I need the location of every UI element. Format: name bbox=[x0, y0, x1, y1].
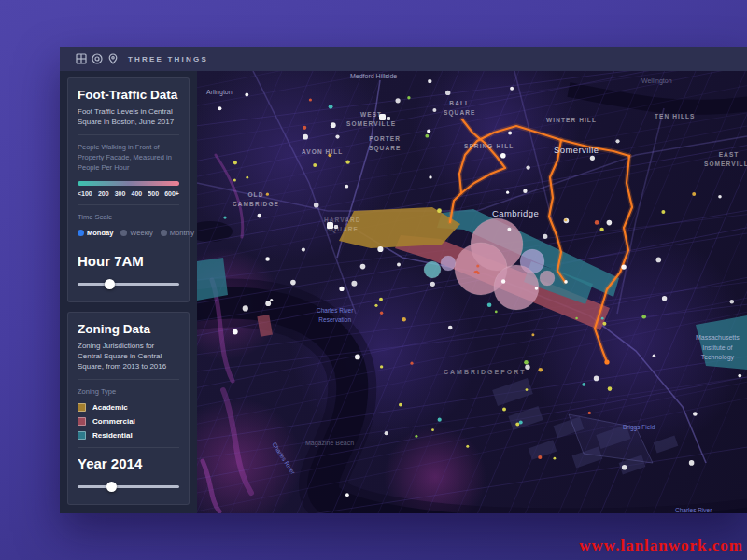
watermark: www.lanlanwork.com bbox=[579, 537, 743, 555]
radio-dot[interactable] bbox=[78, 230, 84, 236]
legend-swatch bbox=[78, 403, 86, 412]
scale-tick: <100 bbox=[78, 190, 92, 197]
radio-dot[interactable] bbox=[161, 230, 167, 236]
year-slider-track[interactable] bbox=[78, 485, 179, 488]
foot-traffic-title: Foot-Traffic Data bbox=[78, 88, 179, 102]
target-icon[interactable] bbox=[92, 53, 103, 64]
radio-label: Monthly bbox=[170, 229, 194, 237]
legend-row-residential: Residential bbox=[78, 431, 179, 440]
hour-label: Hour 7AM bbox=[78, 253, 179, 269]
hour-slider[interactable] bbox=[78, 279, 179, 289]
radio-monday[interactable]: Monday bbox=[78, 229, 113, 237]
scale-tick: 300 bbox=[115, 190, 126, 197]
radio-monthly[interactable]: Monthly bbox=[161, 229, 194, 237]
legend-swatch bbox=[78, 431, 86, 440]
year-slider-thumb[interactable] bbox=[106, 482, 117, 492]
scale-tick: 200 bbox=[98, 190, 109, 197]
zoning-panel: Zoning Data Zoning Jurisdictions for Cen… bbox=[67, 312, 190, 505]
foot-traffic-subtitle: Foot Traffic Levels in Central Square in… bbox=[78, 106, 179, 127]
grid-icon[interactable] bbox=[76, 53, 87, 64]
scale-tick: 500 bbox=[148, 190, 159, 197]
time-scale-label: Time Scale bbox=[78, 213, 179, 223]
zoning-legend: AcademicCommercialResidential bbox=[78, 403, 179, 440]
hour-slider-thumb[interactable] bbox=[105, 279, 115, 289]
legend-row-commercial: Commercial bbox=[78, 417, 179, 426]
measure-label: People Walking in Front of Property Faca… bbox=[78, 143, 179, 174]
scale-tick: 400 bbox=[132, 190, 143, 197]
legend-swatch bbox=[78, 417, 86, 426]
titlebar: THREE THINGS bbox=[60, 47, 747, 71]
radio-label: Monday bbox=[87, 229, 113, 237]
app-title: THREE THINGS bbox=[128, 55, 208, 63]
app-window: THREE THINGS Foot-Traffic Data Foot Traf… bbox=[60, 47, 747, 513]
zoning-title: Zoning Data bbox=[78, 322, 179, 336]
legend-row-academic: Academic bbox=[78, 403, 179, 412]
pin-icon[interactable] bbox=[107, 53, 119, 64]
sidebar: Foot-Traffic Data Foot Traffic Levels in… bbox=[60, 71, 197, 513]
map-canvas[interactable]: ArlingtonMedford HillsideWEST SOMERVILLE… bbox=[197, 71, 747, 513]
traffic-gradient-legend bbox=[78, 181, 179, 186]
scale-tick: 600+ bbox=[164, 190, 179, 197]
year-label: Year 2014 bbox=[78, 455, 179, 471]
foot-traffic-panel: Foot-Traffic Data Foot Traffic Levels in… bbox=[67, 77, 190, 302]
zoning-type-label: Zoning Type bbox=[78, 387, 179, 398]
radio-label: Weekly bbox=[130, 229, 152, 237]
legend-label: Academic bbox=[92, 403, 128, 412]
legend-label: Residential bbox=[92, 431, 133, 440]
radio-dot[interactable] bbox=[120, 230, 127, 236]
year-slider[interactable] bbox=[78, 482, 179, 492]
time-scale-radios: MondayWeeklyMonthly bbox=[78, 229, 179, 237]
radio-weekly[interactable]: Weekly bbox=[120, 229, 152, 237]
zoning-subtitle: Zoning Jurisdictions for Central Square … bbox=[78, 341, 179, 372]
legend-label: Commercial bbox=[92, 417, 135, 426]
hour-slider-track[interactable] bbox=[78, 283, 179, 286]
traffic-scale-ticks: <100200300400500600+ bbox=[78, 190, 179, 197]
